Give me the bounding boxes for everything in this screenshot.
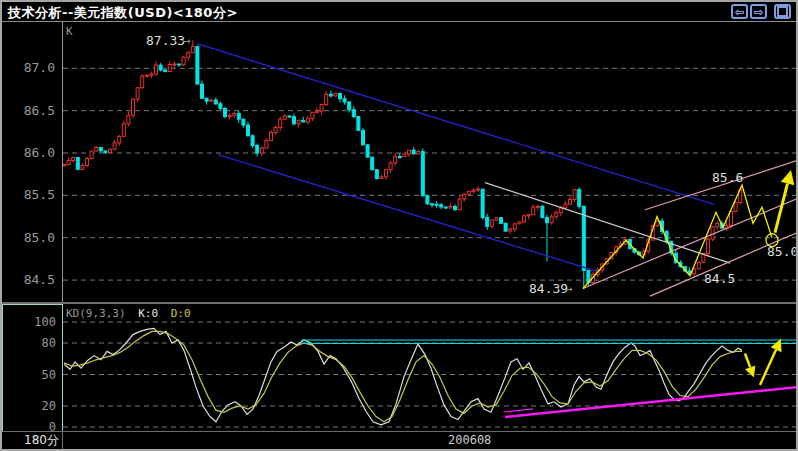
elliott-wave-line [583, 185, 772, 288]
right-arrow-icon: ⇨ [754, 7, 763, 17]
kd-axis-tick: 80 [0, 336, 56, 350]
forward-button[interactable]: ⇨ [750, 4, 767, 19]
stage: 技术分析--美元指数(USD)<180分> ⇦ ⇨ K 87.086.586.0… [0, 0, 798, 451]
annotation-arrow-icon: → [183, 33, 191, 48]
date-axis-label: 200608 [448, 433, 491, 447]
price-axis-tick: 86.0 [0, 145, 55, 160]
kd-axis-tick: 100 [0, 315, 56, 329]
price-axis-tick: 84.5 [0, 272, 55, 287]
period-label: 180分 [2, 432, 63, 449]
price-annotation: 84.5 [704, 271, 735, 286]
status-bar: 180分 200608 [2, 431, 796, 449]
maximize-button[interactable] [774, 4, 791, 19]
d-line [64, 331, 742, 421]
d-value-label: D:0 [171, 307, 191, 320]
price-axis-tick: 87.0 [0, 60, 55, 75]
pink-channel-top [645, 161, 797, 210]
magenta-support-dash [504, 409, 533, 412]
blue-channel-upper [197, 44, 715, 205]
annotation-arrow-icon: → [565, 281, 573, 296]
price-axis-tick: 86.5 [0, 103, 55, 118]
main-pane-label: K [66, 25, 73, 38]
kd-indicator-label: KD(9,3,3) [66, 307, 126, 320]
price-axis-line [62, 21, 63, 303]
chart-canvas[interactable] [0, 0, 798, 451]
price-annotation: 85.0 [767, 244, 798, 259]
kd-axis-tick: 20 [0, 399, 56, 413]
back-button[interactable]: ⇦ [731, 4, 748, 19]
price-annotation: 85.6 [712, 170, 743, 185]
price-axis-tick: 85.0 [0, 230, 55, 245]
maximize-icon [777, 6, 788, 17]
price-annotation: 87.33 [146, 33, 185, 48]
k-value-label: K:0 [138, 307, 158, 320]
title-bar: 技术分析--美元指数(USD)<180分> ⇦ ⇨ [2, 2, 796, 22]
window-buttons: ⇦ ⇨ [729, 4, 791, 19]
technical-analysis-window: 技术分析--美元指数(USD)<180分> ⇦ ⇨ K 87.086.586.0… [0, 0, 798, 451]
kd-down-arrow [745, 354, 755, 378]
price-annotation: 84.39 [529, 281, 568, 296]
window-title: 技术分析--美元指数(USD)<180分> [8, 4, 238, 22]
kd-up-arrow [760, 339, 782, 385]
pane-divider [2, 302, 796, 304]
candles [63, 40, 742, 289]
kd-axis-tick: 50 [0, 368, 56, 382]
left-arrow-icon: ⇦ [735, 7, 744, 17]
price-axis-tick: 85.5 [0, 187, 55, 202]
kd-header: KD(9,3,3) K:0 D:0 [66, 307, 191, 320]
